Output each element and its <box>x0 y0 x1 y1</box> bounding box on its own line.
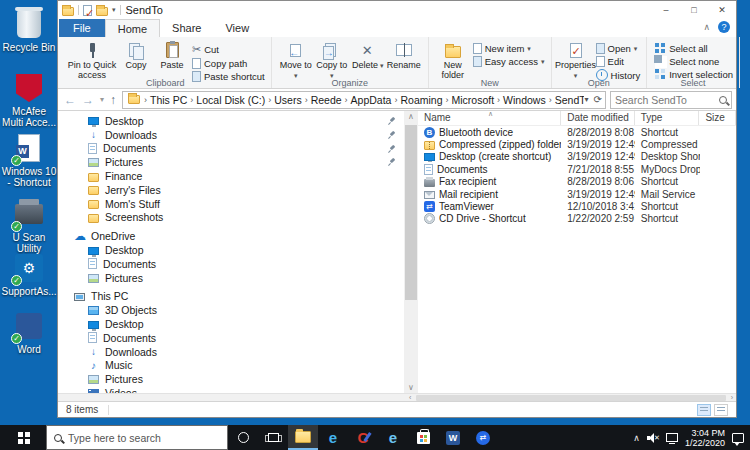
taskbar-task-view-button[interactable] <box>258 425 288 450</box>
taskbar-teamviewer-button[interactable]: ⇄ <box>468 425 498 450</box>
volume-muted-icon[interactable]: ✕ <box>647 433 659 443</box>
breadcrumb-segment-sendto[interactable]: SendTo <box>553 94 584 106</box>
scroll-down-icon[interactable]: ∨ <box>404 383 418 392</box>
sidebar-item-onedrive[interactable]: ☁OneDrive <box>58 229 404 243</box>
easy-access-button[interactable]: Easy access▾ <box>473 56 545 67</box>
nav-scrollbar[interactable]: ∧ ∨ <box>404 111 418 393</box>
breadcrumb-segment-windows[interactable]: Windows <box>501 94 548 106</box>
help-icon[interactable]: ? <box>718 21 730 33</box>
paste-button[interactable]: Paste <box>154 40 190 71</box>
copy-to-button[interactable]: Copy to ▾ <box>314 40 350 80</box>
file-row-teamviewer[interactable]: ⇄TeamViewer12/10/2018 3:41 PMShortcut <box>418 200 736 212</box>
sidebar-item-music[interactable]: ♪Music <box>58 359 404 373</box>
taskbar-microsoft-store-button[interactable] <box>408 425 438 450</box>
scrollbar-thumb[interactable] <box>405 125 417 300</box>
scroll-left-icon[interactable]: ‹ <box>406 394 414 401</box>
breadcrumb-segment-appdata[interactable]: AppData <box>349 94 394 106</box>
desktop-icon-supportas[interactable]: ✓SupportAs... <box>1 252 57 297</box>
qat-new-folder-icon[interactable] <box>96 7 108 16</box>
sidebar-item-pictures[interactable]: Pictures <box>58 155 404 169</box>
desktop-icon-mcafee-multi-acce[interactable]: McAfee Multi Acce... <box>1 72 57 128</box>
sidebar-item-documents[interactable]: Documents <box>58 142 404 156</box>
sidebar-item-this-pc[interactable]: This PC <box>58 290 404 304</box>
sidebar-item-jerry-s-files[interactable]: Jerry's Files <box>58 183 404 197</box>
refresh-icon[interactable]: ⟳ <box>594 94 602 105</box>
new-folder-button[interactable]: New folder <box>435 40 471 80</box>
taskbar-file-explorer-button[interactable] <box>288 425 318 450</box>
scroll-up-icon[interactable]: ∧ <box>404 112 418 121</box>
hscroll-track[interactable] <box>416 395 725 401</box>
file-row-mail-recipient[interactable]: Mail recipient3/19/2019 12:49 AMMail Ser… <box>418 188 736 200</box>
tab-share[interactable]: Share <box>160 19 213 37</box>
taskbar-ccleaner-button[interactable]: C <box>348 425 378 450</box>
recent-locations-chevron-icon[interactable]: ▾ <box>100 95 104 104</box>
sidebar-item-pictures[interactable]: Pictures <box>58 271 404 285</box>
qat-folder-icon[interactable] <box>62 7 74 16</box>
file-row-cd-drive-shortcut[interactable]: CD Drive - Shortcut1/22/2020 2:59 PMShor… <box>418 213 736 225</box>
new-item-button[interactable]: New item▾ <box>473 43 545 54</box>
open-button[interactable]: Open▾ <box>596 43 641 54</box>
desktop-icon-word[interactable]: ✓Word <box>1 310 57 355</box>
taskbar-cortana-button[interactable] <box>228 425 258 450</box>
desktop-icon-windows-10-shortcut[interactable]: ✓Windows 10 - Shortcut <box>1 132 57 188</box>
copy-button[interactable]: Copy <box>118 40 154 71</box>
taskbar-word-button[interactable]: W <box>438 425 468 450</box>
select-all-button[interactable]: Select all <box>655 43 733 54</box>
large-icons-view-button[interactable] <box>714 404 728 416</box>
copy-path-button[interactable]: Copy path <box>192 58 265 69</box>
qat-properties-icon[interactable] <box>83 5 92 16</box>
title-bar[interactable]: ▾ SendTo – □ ✕ <box>58 1 736 19</box>
breadcrumb-segment-roaming[interactable]: Roaming <box>398 94 444 106</box>
breadcrumb-segment-this-pc[interactable]: This PC <box>148 94 189 106</box>
file-row-documents[interactable]: Documents7/21/2018 8:55 PMMyDocs Drop Ta… <box>418 163 736 175</box>
cut-button[interactable]: Cut <box>192 43 265 56</box>
details-view-button[interactable] <box>697 404 711 416</box>
tab-file[interactable]: File <box>59 19 105 37</box>
breadcrumb-segment-microsoft[interactable]: Microsoft <box>450 94 497 106</box>
sidebar-item-documents[interactable]: Documents <box>58 257 404 271</box>
taskbar-edge-button[interactable]: e <box>318 425 348 450</box>
sidebar-item-documents[interactable]: Documents <box>58 331 404 345</box>
properties-button[interactable]: Properties ▾ <box>558 40 594 80</box>
sidebar-item-downloads[interactable]: ↓Downloads <box>58 128 404 142</box>
breadcrumb-segment-reede[interactable]: Reede <box>309 94 344 106</box>
close-button[interactable]: ✕ <box>708 1 736 19</box>
taskbar-internet-explorer-button[interactable]: e <box>378 425 408 450</box>
action-center-icon[interactable] <box>732 433 744 443</box>
sidebar-item-downloads[interactable]: ↓Downloads <box>58 345 404 359</box>
column-header-size[interactable]: Size <box>699 111 736 125</box>
rename-button[interactable]: Rename <box>386 40 422 71</box>
file-row-desktop-create-shortcut[interactable]: Desktop (create shortcut)3/19/2019 12:49… <box>418 151 736 163</box>
sidebar-item-finance[interactable]: Finance <box>58 169 404 183</box>
sidebar-item-screenshots[interactable]: Screenshots <box>58 211 404 225</box>
sidebar-item-videos[interactable]: Videos <box>58 386 404 393</box>
breadcrumb-segment-users[interactable]: Users <box>272 94 303 106</box>
search-box[interactable]: Search SendTo <box>610 91 732 109</box>
desktop-icon-recycle-bin[interactable]: Recycle Bin <box>1 8 57 53</box>
file-row-bluetooth-device[interactable]: BBluetooth device8/28/2019 8:08 PMShortc… <box>418 126 736 138</box>
sidebar-item-desktop[interactable]: Desktop <box>58 317 404 331</box>
file-row-compressed-zipped-folder[interactable]: Compressed (zipped) folder3/19/2019 12:4… <box>418 138 736 150</box>
minimize-button[interactable]: – <box>652 1 680 19</box>
file-row-fax-recipient[interactable]: Fax recipient8/28/2019 8:06 PMShortcut <box>418 176 736 188</box>
maximize-button[interactable]: □ <box>680 1 708 19</box>
move-to-button[interactable]: Move to ▾ <box>278 40 314 80</box>
pin-to-quick-access-button[interactable]: Pin to Quick access <box>66 40 118 80</box>
sidebar-item-desktop[interactable]: Desktop <box>58 114 404 128</box>
select-none-button[interactable]: Select none <box>655 56 733 67</box>
column-header-date-modified[interactable]: Date modified <box>561 111 635 125</box>
delete-button[interactable]: Delete ▾ <box>350 40 386 71</box>
start-button[interactable] <box>0 425 46 450</box>
edit-button[interactable]: Edit <box>596 56 641 67</box>
sidebar-item-pictures[interactable]: Pictures <box>58 372 404 386</box>
tab-view[interactable]: View <box>213 19 261 37</box>
address-dropdown-chevron-icon[interactable]: ▾ <box>585 95 589 104</box>
network-icon[interactable] <box>666 433 678 442</box>
forward-button-icon[interactable]: → <box>82 93 94 107</box>
breadcrumb-segment-local-disk-c[interactable]: Local Disk (C:) <box>194 94 267 106</box>
taskbar-search[interactable]: Type here to search <box>46 425 228 450</box>
horizontal-scrollbar[interactable]: ‹ › <box>58 393 736 401</box>
back-button-icon[interactable]: ← <box>64 93 76 107</box>
column-header-type[interactable]: Type <box>635 111 700 125</box>
sidebar-item-desktop[interactable]: Desktop <box>58 243 404 257</box>
